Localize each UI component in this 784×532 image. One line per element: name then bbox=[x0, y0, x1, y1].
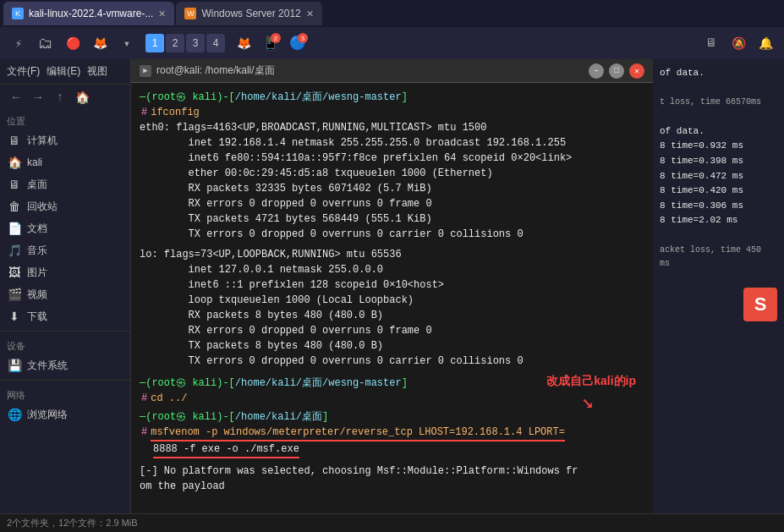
prompt-dash1: ─( bbox=[140, 90, 151, 105]
sidebar-item-videos[interactable]: 🎬 视频 bbox=[0, 283, 130, 305]
annotation-arrow: ↘ bbox=[582, 387, 594, 418]
block2-container: ─(root㉿ kali)-[/home/kali/桌面/wesng-maste… bbox=[140, 376, 644, 406]
toolbar-monitor-icon[interactable]: 🖥 bbox=[699, 31, 723, 55]
prompt-bracket3: )-[ bbox=[217, 409, 235, 425]
tab-num-4[interactable]: 4 bbox=[206, 34, 225, 52]
sidebar-item-computer[interactable]: 🖥 计算机 bbox=[0, 129, 130, 151]
menu-edit[interactable]: 编辑(E) bbox=[47, 64, 80, 79]
right-line-11: 8 time=2.02 ms bbox=[660, 213, 777, 228]
right-line-7: 8 time=0.398 ms bbox=[660, 154, 777, 169]
toolbar-icon4[interactable]: 🦊 bbox=[88, 31, 112, 55]
toolbar-badge1[interactable]: 📱 2 bbox=[259, 31, 282, 55]
sidebar: 文件(F) 编辑(E) 视图 ← → ↑ 🏠 位置 🖥 计算机 🏠 kali 🖥… bbox=[0, 59, 131, 513]
terminal-small-icon: ▶ bbox=[140, 65, 151, 77]
sidebar-item-pictures[interactable]: 🖼 图片 bbox=[0, 261, 130, 283]
tab-windows[interactable]: W Windows Server 2012 ✕ bbox=[176, 2, 321, 25]
tab-num-1[interactable]: 1 bbox=[145, 34, 164, 52]
sidebar-item-label-videos: 视频 bbox=[27, 288, 47, 302]
prompt-root3: root㉿ kali bbox=[151, 409, 217, 425]
window-maximize[interactable]: □ bbox=[609, 63, 624, 79]
toolbar-firefox-icon[interactable]: 🦊 bbox=[232, 31, 255, 55]
toolbar-badge2[interactable]: 🔵 3 bbox=[286, 31, 310, 55]
eth0-tx-packets: TX packets 4721 bytes 568449 (555.1 KiB) bbox=[140, 211, 644, 227]
lo-rx-errors: RX errors 0 dropped 0 overruns 0 frame 0 bbox=[140, 323, 644, 338]
lo-loop: loop txqueuelen 1000 (Local Loopback) bbox=[140, 293, 644, 308]
sidebar-item-label-music: 音乐 bbox=[27, 244, 47, 258]
toolbar-icon2[interactable]: 🗂 bbox=[34, 31, 58, 55]
tab-num-3[interactable]: 3 bbox=[186, 34, 205, 52]
sidebar-item-filesystem[interactable]: 💾 文件系统 bbox=[0, 354, 130, 376]
prompt-hash1: # bbox=[141, 105, 147, 120]
right-line-13: acket loss, time 450 bbox=[660, 244, 777, 257]
right-line-8: 8 time=0.472 ms bbox=[660, 169, 777, 184]
prompt-root1: root㉿ kali bbox=[151, 90, 217, 105]
status-text: 2个文件夹，12个文件：2.9 MiB bbox=[7, 517, 138, 529]
sidebar-item-network[interactable]: 🌐 浏览网络 bbox=[0, 403, 130, 425]
nav-home[interactable]: 🏠 bbox=[73, 88, 91, 107]
trash-icon: 🗑 bbox=[7, 199, 22, 214]
s-logo: S bbox=[743, 288, 777, 321]
window-close[interactable]: ✕ bbox=[629, 63, 644, 79]
sidebar-item-label-trash: 回收站 bbox=[27, 200, 58, 214]
lo-inet: inet 127.0.0.1 netmask 255.0.0.0 bbox=[140, 262, 644, 277]
sidebar-item-desktop[interactable]: 🖥 桌面 bbox=[0, 173, 130, 195]
titlebar-left: ▶ root@kali: /home/kali/桌面 bbox=[140, 63, 275, 78]
window-minimize[interactable]: – bbox=[589, 63, 604, 79]
cmd-line-1: # ifconfig bbox=[140, 105, 644, 120]
toolbar-icon1[interactable]: ⚡ bbox=[7, 31, 30, 55]
tab-kali-label: kali-linux-2022.4-vmware-... bbox=[29, 8, 153, 19]
cmd-line-3: # msfvenom -p windows/meterpreter/revers… bbox=[140, 425, 644, 442]
tab-kali[interactable]: K kali-linux-2022.4-vmware-... ✕ bbox=[3, 2, 174, 25]
prompt-bracket2: )-[ bbox=[217, 376, 235, 391]
toolbar-dropdown[interactable]: ▾ bbox=[115, 31, 139, 55]
prompt-path3: /home/kali/桌面 bbox=[235, 409, 322, 425]
toolbar-notify-icon[interactable]: 🔔 bbox=[754, 31, 777, 55]
tab-windows-label: Windows Server 2012 bbox=[201, 8, 300, 19]
desktop-icon: 🖥 bbox=[7, 177, 22, 192]
tab-kali-icon: K bbox=[12, 8, 24, 19]
toolbar-icon3[interactable]: 🔴 bbox=[61, 31, 85, 55]
sidebar-menu: 文件(F) 编辑(E) 视图 bbox=[0, 59, 130, 85]
terminal-content[interactable]: ─(root㉿ kali)-[/home/kali/桌面/wesng-maste… bbox=[131, 83, 653, 513]
eth0-inet6: inet6 fe80::594:110a::95f7:f8ce prefixle… bbox=[140, 151, 644, 166]
nav-up[interactable]: ↑ bbox=[51, 88, 69, 107]
menu-file[interactable]: 文件(F) bbox=[7, 64, 40, 79]
nav-back[interactable]: ← bbox=[7, 88, 25, 107]
menu-view[interactable]: 视图 bbox=[87, 64, 107, 79]
msfvenom-cmd-underline: msfvenom -p windows/meterpreter/reverse_… bbox=[151, 425, 565, 442]
tab-windows-close[interactable]: ✕ bbox=[306, 8, 314, 19]
prompt-dash2: ─( bbox=[140, 376, 151, 391]
pictures-icon: 🖼 bbox=[7, 265, 22, 280]
tab-num-2[interactable]: 2 bbox=[166, 34, 184, 52]
msfvenom-cont: 8888 -f exe -o ./msf.exe bbox=[153, 442, 644, 458]
sidebar-item-label-kali: kali bbox=[27, 156, 42, 168]
toolbar-sound-icon[interactable]: 🔕 bbox=[726, 31, 750, 55]
badge1-count: 2 bbox=[271, 33, 281, 43]
music-icon: 🎵 bbox=[7, 243, 22, 258]
tab-windows-icon: W bbox=[184, 8, 196, 19]
lo-tx-packets: TX packets 8 bytes 480 (480.0 B) bbox=[140, 338, 644, 354]
sidebar-item-downloads[interactable]: ⬇ 下载 bbox=[0, 305, 130, 327]
prompt-block1: ─(root㉿ kali)-[/home/kali/桌面/wesng-maste… bbox=[140, 90, 644, 105]
prompt-bracket3b: ] bbox=[322, 409, 328, 425]
prompt-dash3: ─( bbox=[140, 409, 151, 425]
prompt-bracket1: )-[ bbox=[217, 90, 235, 105]
section-label-network: 网络 bbox=[0, 384, 130, 403]
computer-icon: 🖥 bbox=[7, 133, 22, 148]
lo-rx-packets: RX packets 8 bytes 480 (480.0 B) bbox=[140, 308, 644, 323]
sidebar-divider-2 bbox=[0, 380, 130, 381]
right-line-9: 8 time=0.420 ms bbox=[660, 184, 777, 199]
network-icon: 🌐 bbox=[7, 407, 22, 422]
prompt-path1: /home/kali/桌面/wesng-master bbox=[235, 90, 402, 105]
documents-icon: 📄 bbox=[7, 221, 22, 236]
sidebar-item-trash[interactable]: 🗑 回收站 bbox=[0, 195, 130, 217]
tab-kali-close[interactable]: ✕ bbox=[158, 8, 166, 19]
nav-forward[interactable]: → bbox=[29, 88, 47, 107]
sidebar-item-label-desktop: 桌面 bbox=[27, 178, 47, 192]
sidebar-item-kali[interactable]: 🏠 kali bbox=[0, 151, 130, 173]
cmd-cd: cd ../ bbox=[151, 391, 187, 406]
right-line-10: 8 time=0.306 ms bbox=[660, 199, 777, 214]
sidebar-item-music[interactable]: 🎵 音乐 bbox=[0, 239, 130, 261]
sidebar-item-documents[interactable]: 📄 文档 bbox=[0, 217, 130, 239]
badge2-count: 3 bbox=[298, 33, 308, 43]
